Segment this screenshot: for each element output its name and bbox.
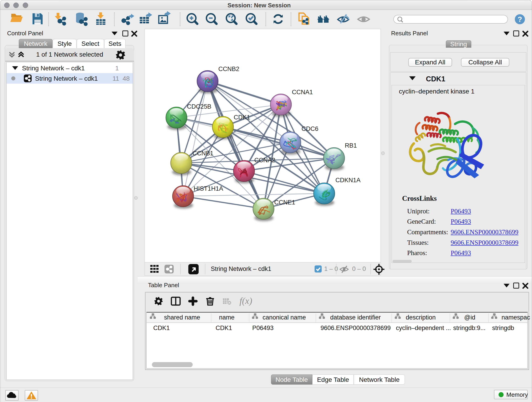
svg-text:CDK1: CDK1 — [234, 114, 250, 121]
svg-text:CDC25B: CDC25B — [187, 103, 211, 110]
svg-text:HIST1H1A: HIST1H1A — [194, 185, 223, 192]
svg-text:RB1: RB1 — [345, 142, 357, 149]
svg-text:CCNA2: CCNA2 — [254, 157, 275, 164]
svg-text:CCNB2: CCNB2 — [218, 65, 239, 72]
svg-text:CCNB1: CCNB1 — [192, 150, 214, 157]
svg-text:CDKN1A: CDKN1A — [336, 177, 361, 184]
svg-text:f(x): f(x) — [239, 296, 252, 306]
svg-text:CCNE1: CCNE1 — [274, 199, 295, 206]
svg-text:CCNA1: CCNA1 — [292, 89, 313, 96]
svg-text:CDC6: CDC6 — [302, 125, 318, 132]
